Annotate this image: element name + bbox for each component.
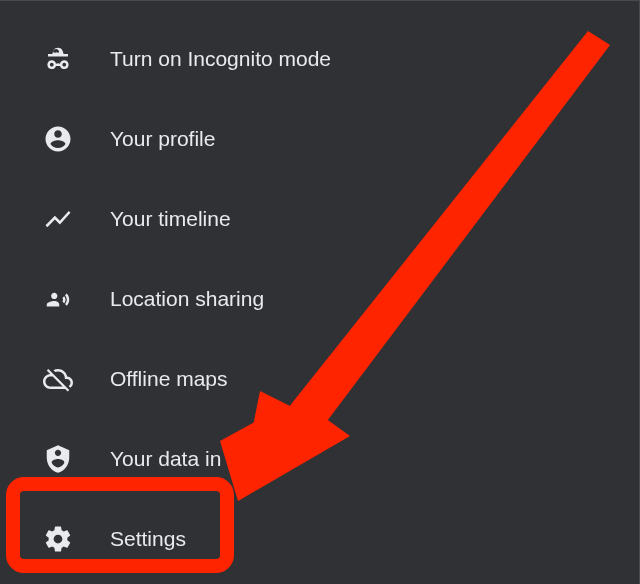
menu-item-location-sharing[interactable]: Location sharing xyxy=(0,259,639,339)
menu-item-label: Your profile xyxy=(110,127,215,151)
menu-item-your-data[interactable]: Your data in Maps xyxy=(0,419,639,499)
timeline-icon xyxy=(40,204,76,234)
menu-item-offline-maps[interactable]: Offline maps xyxy=(0,339,639,419)
menu-item-label: Settings xyxy=(110,527,186,551)
menu-item-settings[interactable]: Settings xyxy=(0,499,639,579)
menu-item-label: Your timeline xyxy=(110,207,231,231)
privacy-shield-icon xyxy=(40,444,76,474)
cloud-off-icon xyxy=(40,364,76,394)
menu-item-label: Turn on Incognito mode xyxy=(110,47,331,71)
incognito-icon xyxy=(40,44,76,74)
menu-item-timeline[interactable]: Your timeline xyxy=(0,179,639,259)
menu-item-label: Location sharing xyxy=(110,287,264,311)
location-sharing-icon xyxy=(40,284,76,314)
dropdown-menu: Turn on Incognito mode Your profile Your… xyxy=(0,1,639,579)
menu-item-label: Your data in Maps xyxy=(110,447,279,471)
profile-icon xyxy=(40,124,76,154)
gear-icon xyxy=(40,524,76,554)
menu-item-incognito[interactable]: Turn on Incognito mode xyxy=(0,19,639,99)
menu-item-label: Offline maps xyxy=(110,367,228,391)
menu-item-profile[interactable]: Your profile xyxy=(0,99,639,179)
